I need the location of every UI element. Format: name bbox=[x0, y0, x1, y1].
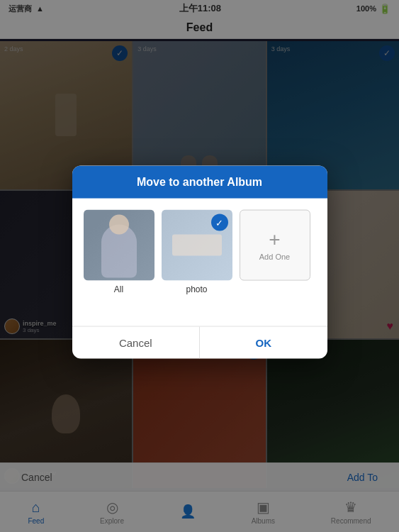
album-item-all[interactable]: All bbox=[84, 210, 154, 294]
album-label-photo: photo bbox=[162, 284, 232, 294]
move-album-dialog: Move to another Album All bbox=[72, 166, 327, 359]
album-label-all: All bbox=[84, 284, 154, 294]
album-thumb-photo: ✓ bbox=[162, 210, 232, 281]
dialog-title: Move to another Album bbox=[137, 176, 262, 188]
add-album-icon: + bbox=[269, 230, 280, 250]
album-check-photo: ✓ bbox=[211, 214, 228, 231]
album-grid: All ✓ photo + Add One bbox=[84, 210, 316, 294]
dialog-ok-button[interactable]: OK bbox=[200, 327, 327, 359]
dialog-footer: Cancel OK bbox=[72, 326, 327, 359]
album-thumb-all bbox=[84, 210, 154, 281]
dialog-header: Move to another Album bbox=[72, 166, 327, 199]
album-item-photo[interactable]: ✓ photo bbox=[162, 210, 232, 294]
add-album-label: Add One bbox=[259, 253, 290, 261]
album-item-add[interactable]: + Add One bbox=[240, 210, 310, 294]
dialog-cancel-button[interactable]: Cancel bbox=[72, 327, 201, 359]
dialog-body: All ✓ photo + Add One bbox=[72, 199, 327, 326]
album-add-button[interactable]: + Add One bbox=[240, 210, 310, 281]
